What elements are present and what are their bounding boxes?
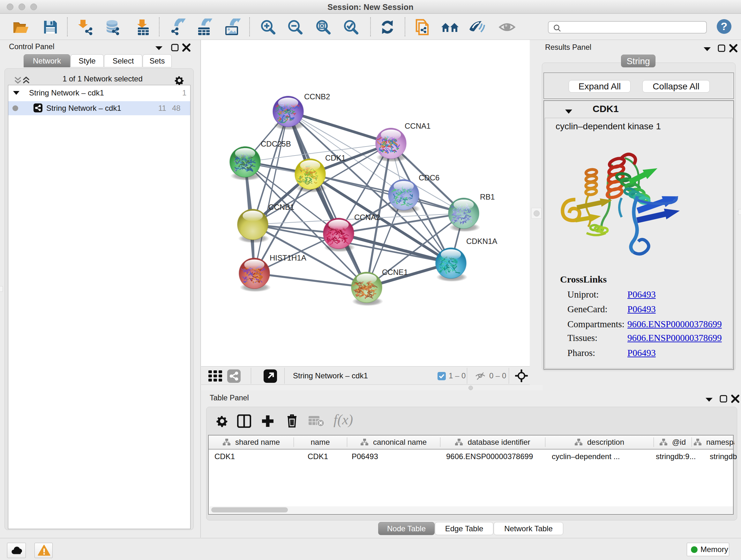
svg-text:CCNB2: CCNB2 bbox=[304, 92, 330, 101]
svg-text:CDKN1A: CDKN1A bbox=[466, 237, 497, 246]
svg-text:CDC25B: CDC25B bbox=[261, 139, 291, 148]
svg-text:CCNA1: CCNA1 bbox=[405, 122, 430, 130]
svg-text:CDK1: CDK1 bbox=[325, 153, 346, 162]
svg-text:CCNB1: CCNB1 bbox=[268, 203, 294, 211]
svg-text:CCNE1: CCNE1 bbox=[382, 268, 408, 276]
svg-text:?: ? bbox=[721, 20, 728, 32]
svg-text:CDC6: CDC6 bbox=[419, 173, 440, 182]
svg-text:RB1: RB1 bbox=[480, 192, 495, 201]
svg-text:HIST1H1A: HIST1H1A bbox=[270, 253, 307, 262]
svg-text:CCNA2: CCNA2 bbox=[354, 213, 380, 222]
